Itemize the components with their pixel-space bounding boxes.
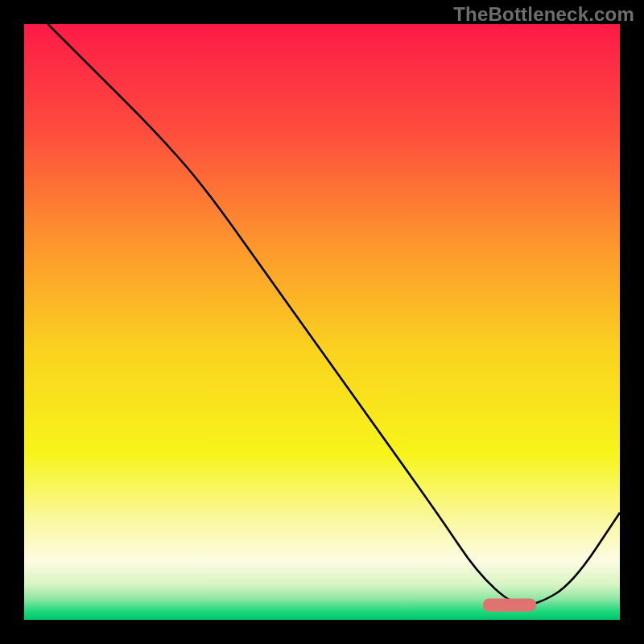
- chart-frame: TheBottleneck.com: [0, 0, 644, 644]
- optimal-marker: [483, 598, 537, 611]
- plot-area: [24, 24, 620, 620]
- gradient-background: [24, 24, 620, 620]
- watermark-text: TheBottleneck.com: [453, 3, 634, 26]
- chart-svg: [24, 24, 620, 620]
